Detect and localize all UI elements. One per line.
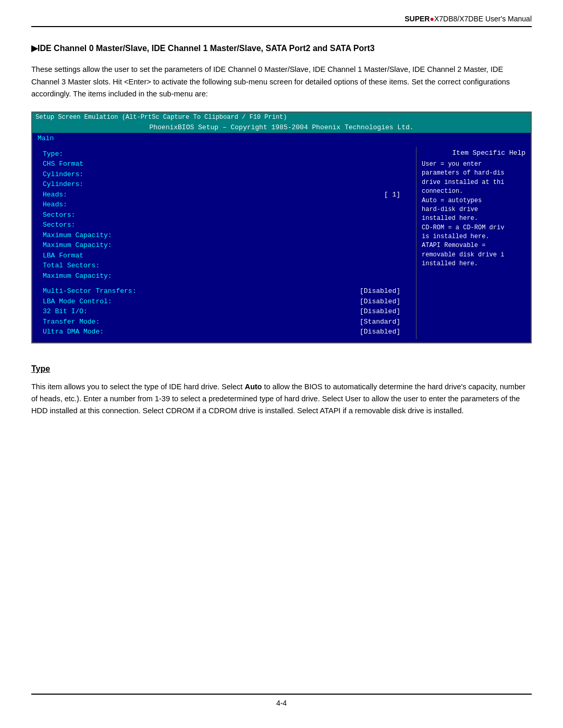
bios-item-transfer: Transfer Mode: [Standard] — [43, 317, 411, 327]
bios-label-heads1: Heads: — [43, 190, 67, 200]
bios-copyright: PhoenixBIOS Setup – Copyright 1985-2004 … — [32, 122, 531, 133]
bios-screenshot: Setup Screen Emulation (Alt-PrtSc Captur… — [31, 112, 532, 343]
bios-label-maxcap3: Maximum Capacity: — [43, 271, 112, 281]
type-body-text: This item allows you to select the type … — [31, 381, 532, 417]
bios-label-cylinders1: Cylinders: — [43, 169, 83, 180]
body-text-content: These settings allow the user to set the… — [31, 65, 510, 97]
bios-label-totalsec: Total Sectors: — [43, 261, 100, 271]
page-container: SUPER●X7DB8/X7DBE User's Manual ▶IDE Cha… — [0, 0, 563, 728]
bios-label-chs: CHS Format — [43, 159, 83, 169]
bold-auto: Auto — [244, 382, 262, 391]
bios-item-maxcap2: Maximum Capacity: — [43, 240, 411, 251]
bios-item-lbamode: LBA Mode Control: [Disabled] — [43, 297, 411, 307]
bios-value-transfer: [Standard] — [360, 317, 400, 327]
type-heading-text: Type — [31, 364, 50, 373]
bios-label-sectors2: Sectors: — [43, 220, 75, 230]
page-header: SUPER●X7DB8/X7DBE User's Manual — [31, 15, 532, 27]
bios-help-text: User = you enter parameters of hard-dis … — [422, 160, 525, 269]
bios-value-heads1: [ 1] — [384, 190, 400, 200]
bios-label-cylinders2: Cylinders: — [43, 179, 83, 190]
bios-label-sectors1: Sectors: — [43, 210, 75, 220]
bios-label-lbamode: LBA Mode Control: — [43, 297, 112, 307]
header-title: SUPER●X7DB8/X7DBE User's Manual — [405, 15, 532, 23]
bios-label-multisec: Multi-Sector Transfers: — [43, 286, 136, 297]
bios-menubar-text: Main — [38, 134, 54, 142]
bios-item-ultradma: Ultra DMA Mode: [Disabled] — [43, 327, 411, 337]
bios-item-type: Type: — [43, 149, 411, 159]
section-heading-text: ▶IDE Channel 0 Master/Slave, IDE Channel… — [31, 44, 375, 53]
body-text-1: These settings allow the user to set the… — [31, 64, 532, 100]
page-number: 4-4 — [276, 699, 287, 707]
bios-left-panel: Type: CHS Format Cylinders: Cylinders: H… — [32, 147, 416, 339]
bios-item-heads1: Heads: [ 1] — [43, 190, 411, 200]
bios-item-sectors1: Sectors: — [43, 210, 411, 220]
bios-item-chs: CHS Format — [43, 159, 411, 169]
type-subsection-heading: Type — [31, 364, 532, 374]
bios-label-maxcap1: Maximum Capacity: — [43, 230, 112, 241]
bios-label-lbaformat: LBA Format — [43, 251, 83, 261]
bios-label-transfer: Transfer Mode: — [43, 317, 100, 327]
bios-content: Type: CHS Format Cylinders: Cylinders: H… — [32, 144, 531, 342]
bios-menu-bar: Main — [32, 133, 531, 144]
bios-item-totalsec: Total Sectors: — [43, 261, 411, 271]
bios-separator — [43, 281, 411, 286]
bios-label-32bit: 32 Bit I/O: — [43, 306, 88, 317]
bios-label-heads2: Heads: — [43, 200, 67, 210]
page-footer: 4-4 — [31, 694, 532, 707]
bios-value-multisec: [Disabled] — [360, 286, 400, 297]
brand-name: SUPER — [405, 15, 430, 23]
bios-item-sectors2: Sectors: — [43, 220, 411, 230]
model-name: X7DB8/X7DBE User's Manual — [434, 15, 532, 23]
brand-dot: ● — [430, 15, 434, 23]
bios-item-32bit: 32 Bit I/O: [Disabled] — [43, 306, 411, 317]
section-heading: ▶IDE Channel 0 Master/Slave, IDE Channel… — [31, 43, 532, 54]
bios-copyright-text: PhoenixBIOS Setup – Copyright 1985-2004 … — [149, 124, 413, 131]
bios-help-title: Item Specific Help — [422, 149, 525, 157]
bios-item-cylinders1: Cylinders: — [43, 169, 411, 180]
bios-titlebar: Setup Screen Emulation (Alt-PrtSc Captur… — [32, 113, 531, 122]
bios-value-lbamode: [Disabled] — [360, 297, 400, 307]
bios-item-lbaformat: LBA Format — [43, 251, 411, 261]
bios-right-panel: Item Specific Help User = you enter para… — [416, 147, 531, 339]
bios-item-multisec: Multi-Sector Transfers: [Disabled] — [43, 286, 411, 297]
bios-item-cylinders2: Cylinders: — [43, 179, 411, 190]
bios-value-32bit: [Disabled] — [360, 306, 400, 317]
bios-item-heads2: Heads: — [43, 200, 411, 210]
bios-label-type: Type: — [43, 149, 63, 159]
bios-value-ultradma: [Disabled] — [360, 327, 400, 337]
bios-item-maxcap1: Maximum Capacity: — [43, 230, 411, 241]
bios-titlebar-text: Setup Screen Emulation (Alt-PrtSc Captur… — [35, 114, 287, 121]
bios-item-maxcap3: Maximum Capacity: — [43, 271, 411, 281]
bios-label-maxcap2: Maximum Capacity: — [43, 240, 112, 251]
bios-label-ultradma: Ultra DMA Mode: — [43, 327, 104, 337]
